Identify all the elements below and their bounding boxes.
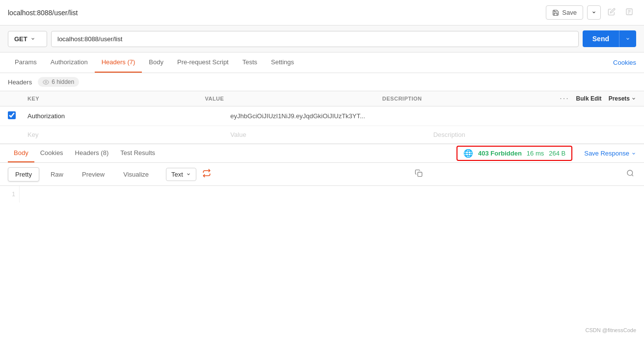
table-header: KEY VALUE DESCRIPTION ··· Bulk Edit Pres… (0, 91, 644, 106)
bulk-edit-button[interactable]: Bulk Edit (576, 95, 602, 102)
tab-settings[interactable]: Settings (264, 52, 301, 73)
svg-point-4 (45, 81, 47, 82)
status-code: 403 Forbidden (478, 150, 522, 157)
hidden-headers-badge[interactable]: 6 hidden (38, 77, 79, 87)
tab-body[interactable]: Body (142, 52, 170, 73)
tab-prerequest[interactable]: Pre-request Script (170, 52, 236, 73)
title-bar-actions: Save (546, 5, 636, 21)
format-chevron-icon (186, 172, 191, 177)
edit-button[interactable] (605, 5, 618, 21)
headers-section: Headers 6 hidden (0, 73, 644, 91)
title-bar: localhost:8088/user/list Save (0, 0, 644, 26)
response-tab-testresults[interactable]: Test Results (114, 144, 161, 162)
search-icon (626, 169, 634, 177)
save-response-button[interactable]: Save Response (584, 150, 636, 157)
response-header: Body Cookies Headers (8) Test Results 🌐 … (0, 144, 644, 163)
copy-button[interactable] (413, 167, 425, 181)
response-status-area: 🌐 403 Forbidden 16 ms 264 B Save Respons… (456, 146, 636, 161)
table-empty-row: Key Value Description (0, 126, 644, 144)
table-actions: ··· Bulk Edit Presets (560, 94, 636, 103)
send-chevron-icon (625, 36, 630, 41)
raw-view-button[interactable]: Raw (43, 167, 71, 182)
chevron-down-icon (591, 10, 596, 15)
response-size: 264 B (549, 150, 565, 157)
table-description-header: DESCRIPTION (382, 96, 560, 102)
response-tab-headers[interactable]: Headers (8) (69, 144, 115, 162)
status-badge: 🌐 403 Forbidden 16 ms 264 B (456, 146, 572, 161)
tab-headers[interactable]: Headers (7) (95, 52, 142, 73)
watermark: CSDN @fitnessCode (586, 327, 636, 333)
table-row: Authorization eyJhbGciOiJIUzI1NiJ9.eyJqd… (0, 106, 644, 126)
response-toolbar: Pretty Raw Preview Visualize Text (0, 163, 644, 186)
save-dropdown-button[interactable] (587, 5, 601, 20)
tab-tests[interactable]: Tests (236, 52, 264, 73)
row-1-value: eyJhbGciOiJIUzI1NiJ9.eyJqdGkiOiJIUzTk3YT… (230, 112, 433, 120)
table-key-header: KEY (27, 96, 205, 102)
response-time: 16 ms (527, 150, 544, 157)
response-content-area: 1 (0, 186, 644, 203)
presets-chevron-icon (631, 96, 636, 101)
url-input[interactable] (51, 31, 579, 47)
search-button[interactable] (624, 167, 636, 181)
line-numbers: 1 (0, 186, 20, 203)
save-response-chevron-icon (631, 151, 636, 156)
row-1-checkbox[interactable] (8, 111, 16, 119)
url-bar: GET Send (0, 26, 644, 52)
tab-params[interactable]: Params (8, 52, 44, 73)
wrap-button[interactable] (200, 167, 213, 182)
more-options-icon[interactable]: ··· (560, 94, 569, 103)
preview-view-button[interactable]: Preview (75, 167, 112, 182)
save-icon (552, 9, 559, 16)
headers-label: Headers (8, 78, 32, 86)
copy-icon (415, 169, 423, 177)
response-tab-cookies[interactable]: Cookies (34, 144, 69, 162)
wrap-icon (202, 169, 211, 178)
method-chevron-icon (30, 36, 35, 41)
globe-icon: 🌐 (463, 149, 473, 158)
line-number-1: 1 (4, 191, 15, 198)
note-button[interactable] (622, 5, 636, 21)
empty-value: Value (230, 131, 433, 138)
method-select[interactable]: GET (8, 31, 47, 47)
response-body (20, 186, 644, 203)
page-title: localhost:8088/user/list (8, 9, 78, 17)
send-button[interactable]: Send (583, 30, 636, 47)
svg-line-7 (632, 175, 633, 176)
svg-point-6 (627, 170, 633, 176)
row-checkbox-col (8, 111, 27, 121)
tab-authorization[interactable]: Authorization (44, 52, 95, 73)
empty-description: Description (433, 131, 636, 138)
empty-key: Key (27, 131, 230, 138)
save-button[interactable]: Save (546, 5, 583, 20)
format-select[interactable]: Text (166, 168, 196, 181)
svg-rect-5 (418, 172, 422, 177)
presets-button[interactable]: Presets (609, 95, 636, 102)
table-value-header: VALUE (205, 96, 382, 102)
pretty-view-button[interactable]: Pretty (8, 167, 39, 182)
row-1-key: Authorization (27, 112, 230, 120)
document-icon (625, 8, 633, 16)
eye-icon (43, 79, 49, 85)
request-tabs: Params Authorization Headers (7) Body Pr… (0, 52, 644, 73)
visualize-view-button[interactable]: Visualize (116, 167, 156, 182)
response-tab-body[interactable]: Body (8, 144, 34, 162)
pencil-icon (608, 8, 616, 16)
cookies-link[interactable]: Cookies (613, 53, 636, 72)
